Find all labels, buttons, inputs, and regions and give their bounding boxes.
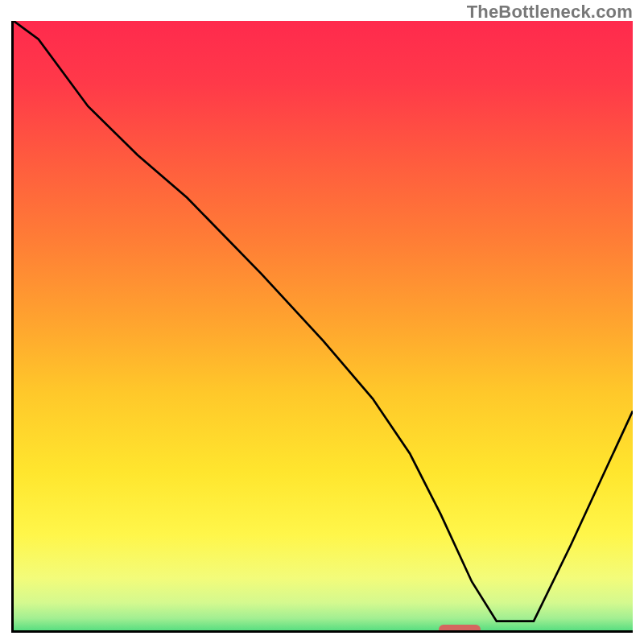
watermark-text: TheBottleneck.com <box>467 2 633 23</box>
optimal-range-marker <box>439 625 481 633</box>
plot-area <box>11 21 633 633</box>
bottleneck-chart: TheBottleneck.com <box>0 0 644 644</box>
bottleneck-curve <box>14 21 633 630</box>
